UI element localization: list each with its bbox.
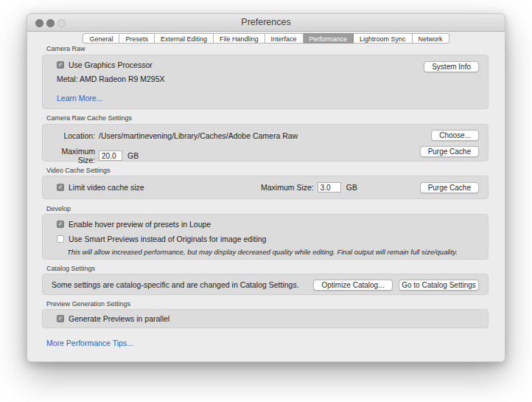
preferences-tab-bar: General Presets External Editing File Ha…: [27, 33, 505, 44]
check-icon: ✓: [58, 62, 63, 68]
smart-previews-label: Use Smart Previews instead of Originals …: [69, 235, 266, 243]
smart-previews-checkbox[interactable]: [57, 235, 64, 243]
tab-presets[interactable]: Presets: [119, 33, 155, 44]
limit-video-cache-checkbox[interactable]: ✓: [57, 184, 64, 191]
purge-cache-button[interactable]: Purge Cache: [420, 146, 479, 157]
tab-file-handling[interactable]: File Handling: [214, 33, 265, 44]
video-cache-groupbox: ✓ Limit video cache size Maximum Size: G…: [42, 176, 489, 199]
optimize-catalog-button[interactable]: Optimize Catalog...: [313, 280, 393, 291]
camera-raw-groupbox: ✓ Use Graphics Processor Metal: AMD Rade…: [42, 55, 489, 109]
use-graphics-processor-label: Use Graphics Processor: [69, 60, 153, 69]
video-max-size-row: Maximum Size: GB: [261, 182, 357, 193]
window-title: Preferences: [27, 17, 505, 27]
catalog-section-label: Catalog Settings: [46, 265, 95, 272]
camera-raw-section-label: Camera Raw: [46, 45, 85, 52]
tab-network[interactable]: Network: [413, 33, 449, 44]
video-max-size-input[interactable]: [318, 182, 341, 193]
limit-video-cache-row: ✓ Limit video cache size: [57, 183, 144, 192]
tab-interface[interactable]: Interface: [265, 33, 304, 44]
preview-generation-section-label: Preview Generation Settings: [46, 300, 130, 308]
system-info-button[interactable]: System Info: [424, 61, 479, 72]
use-graphics-processor-checkbox[interactable]: ✓: [57, 61, 64, 69]
max-size-input[interactable]: [99, 150, 122, 161]
tab-lightroom-sync[interactable]: Lightroom Sync: [354, 33, 413, 44]
choose-button[interactable]: Choose...: [431, 130, 479, 141]
location-value: /Users/martinevening/Library/Caches/Adob…: [99, 131, 298, 140]
gb-unit-label: GB: [346, 183, 357, 192]
generate-parallel-label: Generate Previews in parallel: [69, 314, 169, 323]
purge-video-cache-button[interactable]: Purge Cache: [420, 182, 479, 193]
hover-preview-row: ✓ Enable hover preview of presets in Lou…: [57, 220, 211, 229]
smart-previews-note: This will allow increased performance, b…: [67, 248, 458, 256]
catalog-groupbox: Some settings are catalog-specific and a…: [42, 274, 489, 295]
hover-preview-checkbox[interactable]: ✓: [57, 221, 64, 228]
gb-unit-label: GB: [127, 151, 139, 160]
tab-external-editing[interactable]: External Editing: [155, 33, 214, 44]
use-graphics-processor-row: ✓ Use Graphics Processor: [57, 60, 153, 69]
generate-parallel-checkbox[interactable]: ✓: [57, 315, 64, 322]
title-bar[interactable]: Preferences: [27, 14, 505, 32]
cache-max-size-row: Maximum Size: GB: [52, 147, 139, 164]
develop-section-label: Develop: [46, 205, 71, 212]
screenshot-canvas: Preferences General Presets External Edi…: [0, 0, 532, 402]
hover-preview-label: Enable hover preview of presets in Loupe: [69, 220, 211, 229]
develop-groupbox: ✓ Enable hover preview of presets in Lou…: [42, 214, 489, 260]
check-icon: ✓: [58, 221, 63, 227]
camera-raw-cache-groupbox: Location: /Users/martinevening/Library/C…: [42, 124, 489, 162]
check-icon: ✓: [58, 316, 63, 322]
preferences-window: Preferences General Presets External Edi…: [27, 13, 505, 362]
tab-performance[interactable]: Performance: [304, 33, 354, 44]
camera-raw-cache-section-label: Camera Raw Cache Settings: [46, 114, 132, 122]
learn-more-link[interactable]: Learn More...: [57, 94, 102, 103]
preview-generation-groupbox: ✓ Generate Previews in parallel: [42, 309, 489, 328]
smart-previews-row: Use Smart Previews instead of Originals …: [57, 235, 266, 243]
video-cache-section-label: Video Cache Settings: [46, 167, 110, 174]
cache-location-row: Location: /Users/martinevening/Library/C…: [52, 131, 298, 140]
check-icon: ✓: [58, 184, 63, 190]
location-label: Location:: [52, 131, 99, 140]
more-performance-tips-link[interactable]: More Performance Tips...: [46, 339, 133, 347]
metal-info-text: Metal: AMD Radeon R9 M295X: [57, 74, 165, 83]
catalog-info-text: Some settings are catalog-specific and a…: [52, 280, 299, 289]
video-max-size-label: Maximum Size:: [261, 183, 318, 192]
max-size-label: Maximum Size:: [52, 147, 99, 164]
generate-parallel-row: ✓ Generate Previews in parallel: [57, 314, 169, 323]
tab-general[interactable]: General: [83, 33, 119, 44]
limit-video-cache-label: Limit video cache size: [69, 183, 144, 192]
goto-catalog-settings-button[interactable]: Go to Catalog Settings: [399, 280, 479, 291]
